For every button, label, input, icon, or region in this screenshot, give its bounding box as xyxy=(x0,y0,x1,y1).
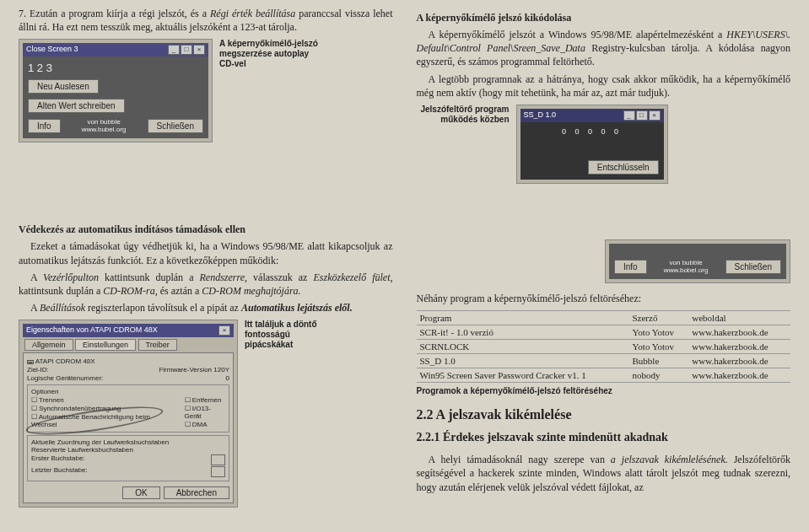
figure-atapi: Eigenschaften von ATAPI CDROM 48X × Allg… xyxy=(19,320,393,508)
tab-allgemein[interactable]: Allgemein xyxy=(24,339,73,351)
col-author: Szerző xyxy=(628,311,688,325)
alten-wert-button[interactable]: Alten Wert schreiben xyxy=(28,99,125,113)
figure-ssd: Jelszófeltörő program működés közben SS_… xyxy=(417,105,791,184)
checkbox-trennen[interactable]: Trennen xyxy=(31,396,170,404)
right-column: A képernyőkímélő jelszó kikódolása A kép… xyxy=(405,0,810,532)
ok-button[interactable]: OK xyxy=(122,486,159,499)
checkbox-dma[interactable]: DMA xyxy=(185,421,225,428)
figure-caption: A képernyőkímélő-jelszó megszerzése auto… xyxy=(219,39,321,69)
table-note: Programok a képernyőkímélő-jelszó feltör… xyxy=(417,386,791,395)
screenshot-ssd: SS_D 1.0 _□× 0 0 0 0 0 Entschlüsseln xyxy=(516,105,668,184)
digits-display: 1 2 3 xyxy=(28,62,203,74)
col-website: weboldal xyxy=(688,311,790,325)
defense-heading: Védekezés az automatikus indításos támad… xyxy=(19,223,393,236)
close-icon[interactable]: × xyxy=(218,325,230,336)
window-title: SS_D 1.0 xyxy=(524,110,557,121)
checkbox-entfernen[interactable]: Entfernen xyxy=(185,396,225,404)
screenshot-mini: Info von bubble www.bobel.org Schließen xyxy=(605,239,790,283)
window-title: Close Screen 3 xyxy=(26,45,78,55)
table-row: SS_D 1.0Bubblewww.hakerzbook.de xyxy=(417,354,791,368)
minimize-icon[interactable]: _ xyxy=(168,45,180,55)
table-row: Win95 Screen Saver Password Cracker v1. … xyxy=(417,368,791,383)
defense-p1: Ezeket a támadásokat úgy védhetjük ki, h… xyxy=(19,239,393,266)
cancel-button[interactable]: Abbrechen xyxy=(164,486,229,499)
close-icon[interactable]: × xyxy=(649,110,661,121)
schliessen-button[interactable]: Schließen xyxy=(725,260,781,274)
heading-2-2: 2.2 A jelszavak kikémlelése xyxy=(417,407,791,422)
screenshot-close-screen: Close Screen 3 _□× 1 2 3 Neu Auslesen Al… xyxy=(19,39,213,142)
close-icon[interactable]: × xyxy=(193,45,205,55)
schliessen-button[interactable]: Schließen xyxy=(148,119,203,133)
checkbox-sync[interactable]: Synchrondatenübertragung xyxy=(31,405,170,412)
step7-text: 7. Ezután a program kiírja a régi jelszó… xyxy=(19,7,393,34)
programs-table: Program Szerző weboldal SCR-it! - 1.0 ve… xyxy=(417,310,791,383)
decode-heading: A képernyőkímélő jelszó kikódolása xyxy=(417,12,791,24)
credit-text: von bubble www.bubel.org xyxy=(82,118,126,133)
credit-text: von bubble www.bobel.org xyxy=(664,259,708,274)
screenshot-atapi-dialog: Eigenschaften von ATAPI CDROM 48X × Allg… xyxy=(19,320,238,508)
decode-p1: A képernyőkímélő jelszót a Windows 95/98… xyxy=(417,28,791,69)
checkbox-io13[interactable]: I/O13-Gerät xyxy=(185,405,225,420)
window-title: Eigenschaften von ATAPI CDROM 48X xyxy=(26,325,158,336)
neu-auslesen-button[interactable]: Neu Auslesen xyxy=(28,79,99,94)
table-row: SCR-it! - 1.0 verzióYoto Yotovwww.hakerz… xyxy=(417,325,791,340)
window-buttons: _□× xyxy=(167,45,205,55)
maximize-icon[interactable]: □ xyxy=(181,45,192,55)
defense-p3: A Beállítások regiszterlapon távolítsuk … xyxy=(19,301,393,314)
minimize-icon[interactable]: _ xyxy=(623,110,635,121)
entschluesseln-button[interactable]: Entschlüsseln xyxy=(588,160,659,175)
info-button[interactable]: Info xyxy=(28,119,61,133)
decode-p2: A legtöbb programnak az a hátránya, hogy… xyxy=(417,73,791,99)
tab-treiber[interactable]: Treiber xyxy=(138,339,177,351)
table-row: SCRNLOCKYoto Yotovwww.hakerzbook.de xyxy=(417,340,791,354)
checkbox-autonotify[interactable]: Automatische Benachrichtigung beim Wechs… xyxy=(31,413,170,428)
figure-caption: Jelszófeltörő program működés közben xyxy=(417,105,510,125)
figure-autoplay: Close Screen 3 _□× 1 2 3 Neu Auslesen Al… xyxy=(19,39,393,142)
maximize-icon[interactable]: □ xyxy=(636,110,648,121)
defense-p2: A Vezérlőpulton kattintsunk duplán a Ren… xyxy=(19,271,393,298)
programs-intro: Néhány program a képernyőkímélő-jelszó f… xyxy=(417,292,791,305)
figure-mini: Info von bubble www.bobel.org Schließen xyxy=(417,239,791,283)
left-column: 7. Ezután a program kiírja a régi jelszó… xyxy=(0,0,405,532)
info-button[interactable]: Info xyxy=(614,260,647,274)
p-221: A helyi támadásoknál nagy szerepe van a … xyxy=(417,453,791,494)
tab-einstellungen[interactable]: Einstellungen xyxy=(75,339,136,351)
col-program: Program xyxy=(417,311,629,325)
figure-caption: Itt találjuk a döntő fontosságú pipácská… xyxy=(245,320,337,350)
heading-2-2-1: 2.2.1 Érdekes jelszavak szinte mindenütt… xyxy=(417,431,791,444)
password-dots: 0 0 0 0 0 xyxy=(526,127,659,136)
